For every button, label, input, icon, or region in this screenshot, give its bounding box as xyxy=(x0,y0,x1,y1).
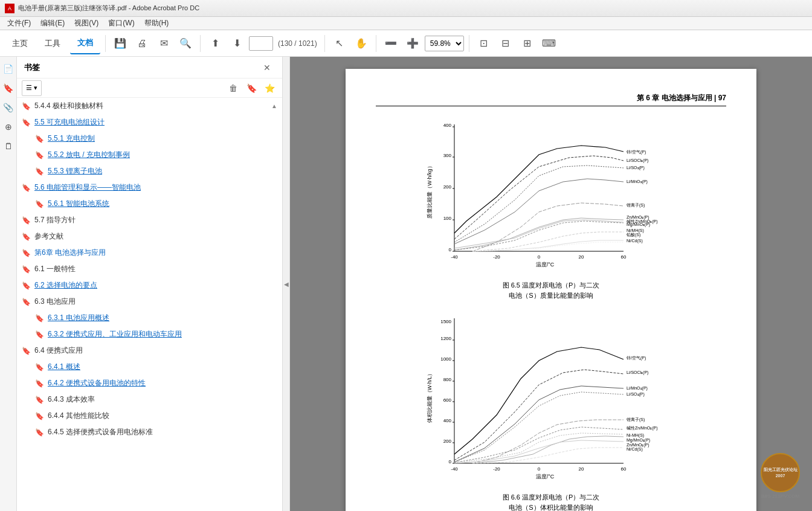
separator-3 xyxy=(324,35,325,52)
bookmark-icon-2: 🔖 xyxy=(35,135,44,143)
window-title: 电池手册(原著第三版)注继张等译.pdf - Adobe Acrobat Pro… xyxy=(18,4,199,13)
bookmark-icon-8: 🔖 xyxy=(22,233,31,241)
zoom-selector[interactable]: 59.8% 50% 75% 100% 125% 150% xyxy=(425,36,464,51)
bookmarks-icon[interactable]: 🔖 xyxy=(1,81,16,95)
svg-text:0: 0 xyxy=(538,254,541,260)
svg-text:1000: 1000 xyxy=(440,356,451,362)
svg-text:Ni/Cd(S): Ni/Cd(S) xyxy=(627,447,643,452)
save-button[interactable]: 💾 xyxy=(111,34,130,53)
bookmark-icon-4: 🔖 xyxy=(35,167,44,176)
layers-icon[interactable]: ⊕ xyxy=(1,120,16,134)
hand-tool-button[interactable]: ✋ xyxy=(352,34,371,53)
bookmark-icon-20: 🔖 xyxy=(35,428,44,437)
bookmark-item-15[interactable]: 🔖6.4 便携式应用 xyxy=(17,342,282,359)
home-button[interactable]: 主页 xyxy=(5,33,35,54)
svg-text:碱性Zn/MnO₂(P): 碱性Zn/MnO₂(P) xyxy=(627,426,658,431)
app-icon: A xyxy=(5,4,14,13)
bookmark-item-10[interactable]: 🔖6.1 一般特性 xyxy=(17,261,282,277)
svg-text:-20: -20 xyxy=(493,466,500,472)
bookmark-icon-17: 🔖 xyxy=(35,379,44,388)
svg-text:1200: 1200 xyxy=(440,336,451,341)
bookmark-item-9[interactable]: 🔖第6章 电池选择与应用 xyxy=(17,245,282,261)
next-page-button[interactable]: ⬇ xyxy=(227,34,246,53)
add-bookmark-btn[interactable]: 🔖 xyxy=(243,80,259,96)
pdf-viewer[interactable]: 第 6 章 电池选择与应用 | 97 质量比能量（W·h/kg） 0 100 2… xyxy=(290,57,812,511)
watermark-line2: 2007 xyxy=(776,473,785,478)
bookmark-text-18: 6.4.3 成本效率 xyxy=(48,394,277,405)
bookmark-item-5[interactable]: 🔖5.6 电能管理和显示——智能电池 xyxy=(17,179,282,196)
bookmark-item-3[interactable]: 🔖5.5.2 放电 / 充电控制事例 xyxy=(17,147,282,163)
bookmark-item-14[interactable]: 🔖6.3.2 便携式应用、工业应用和电动车应用 xyxy=(17,326,282,342)
svg-text:Li/SOCl₂(P): Li/SOCl₂(P) xyxy=(627,158,648,163)
menu-help[interactable]: 帮助(H) xyxy=(140,17,174,30)
chevron-up-icon-0[interactable]: ▲ xyxy=(271,103,277,109)
svg-text:Li/SO₂(P): Li/SO₂(P) xyxy=(627,166,645,170)
menu-bar: 文件(F) 编辑(E) 视图(V) 窗口(W) 帮助(H) xyxy=(0,17,812,30)
collapse-panel-handle[interactable]: ◀ xyxy=(283,57,290,511)
menu-file[interactable]: 文件(F) xyxy=(2,17,36,30)
svg-text:400: 400 xyxy=(443,123,452,128)
bookmark-item-20[interactable]: 🔖6.4.5 选择便携式设备用电池标准 xyxy=(17,424,282,440)
zoom-out-button[interactable]: ➖ xyxy=(381,34,401,53)
page-number-input[interactable]: 97 xyxy=(249,36,273,51)
svg-text:体积比能量（W·h/L）: 体积比能量（W·h/L） xyxy=(427,371,433,423)
bookmark-text-17: 6.4.2 便携式设备用电池的特性 xyxy=(48,378,277,388)
select-tool-button[interactable]: ↖ xyxy=(330,34,349,53)
bookmark-item-6[interactable]: 🔖5.6.1 智能电池系统 xyxy=(17,196,282,212)
bookmarks-view-btn[interactable]: ☰ ▾ xyxy=(22,80,42,96)
bookmark-item-12[interactable]: 🔖6.3 电池应用 xyxy=(17,294,282,310)
bookmark-text-0: 5.4.4 极柱和接触材料 xyxy=(34,101,271,111)
separator-5 xyxy=(469,35,469,52)
svg-text:质量比能量（W·h/kg）: 质量比能量（W·h/kg） xyxy=(427,163,433,218)
bookmark-icon-13: 🔖 xyxy=(35,314,44,323)
bookmark-text-20: 6.4.5 选择便携式设备用电池标准 xyxy=(48,427,277,437)
svg-text:0: 0 xyxy=(449,459,452,464)
page-thumbnails-icon[interactable]: 🗒 xyxy=(1,139,16,153)
svg-text:300: 300 xyxy=(443,153,452,158)
fit-width-button[interactable]: ⊟ xyxy=(496,34,515,53)
search-button[interactable]: 🔍 xyxy=(176,34,195,53)
bookmark-text-4: 5.5.3 锂离子电池 xyxy=(48,166,277,176)
bookmark-item-13[interactable]: 🔖6.3.1 电池应用概述 xyxy=(17,310,282,326)
full-screen-button[interactable]: ⊞ xyxy=(518,34,537,53)
bookmark-item-18[interactable]: 🔖6.4.3 成本效率 xyxy=(17,391,282,408)
svg-text:锂离子(S): 锂离子(S) xyxy=(626,417,645,422)
more-tools-button[interactable]: ⌨ xyxy=(540,34,559,53)
prev-page-button[interactable]: ⬆ xyxy=(205,34,225,53)
bookmark-icon-0: 🔖 xyxy=(22,102,31,111)
attachment-icon[interactable]: 📎 xyxy=(1,100,16,115)
print-button[interactable]: 🖨 xyxy=(132,34,152,53)
bookmark-text-19: 6.4.4 其他性能比较 xyxy=(48,411,277,421)
bookmark-item-7[interactable]: 🔖5.7 指导方针 xyxy=(17,212,282,228)
bookmark-item-1[interactable]: 🔖5.5 可充电电池组设计 xyxy=(17,114,282,130)
email-button[interactable]: ✉ xyxy=(154,34,173,53)
toolbar: 主页 工具 文档 💾 🖨 ✉ 🔍 ⬆ ⬇ 97 (130 / 1021) ↖ ✋… xyxy=(0,30,812,57)
bookmark-item-19[interactable]: 🔖6.4.4 其他性能比较 xyxy=(17,408,282,424)
bookmark-item-2[interactable]: 🔖5.5.1 充电控制 xyxy=(17,130,282,147)
bookmark-item-0[interactable]: 🔖5.4.4 极柱和接触材料▲ xyxy=(17,98,282,114)
bookmark-item-17[interactable]: 🔖6.4.2 便携式设备用电池的特性 xyxy=(17,375,282,391)
zoom-in-button[interactable]: ➕ xyxy=(403,34,422,53)
fit-page-button[interactable]: ⊡ xyxy=(474,34,494,53)
bookmarks-view-icon: ☰ xyxy=(26,84,32,92)
menu-edit[interactable]: 编辑(E) xyxy=(36,17,69,30)
close-bookmarks-button[interactable]: ✕ xyxy=(259,60,275,76)
bookmark-text-8: 参考文献 xyxy=(34,231,277,242)
svg-text:20: 20 xyxy=(579,254,584,260)
options-bookmark-btn[interactable]: ⭐ xyxy=(262,80,277,96)
bookmark-icon-11: 🔖 xyxy=(22,281,31,290)
bookmark-item-8[interactable]: 🔖参考文献 xyxy=(17,228,282,245)
menu-window[interactable]: 窗口(W) xyxy=(103,17,139,30)
menu-view[interactable]: 视图(V) xyxy=(69,17,103,30)
bookmark-item-16[interactable]: 🔖6.4.1 概述 xyxy=(17,359,282,375)
document-button[interactable]: 文档 xyxy=(70,33,100,54)
bookmark-item-4[interactable]: 🔖5.5.3 锂离子电池 xyxy=(17,163,282,179)
bookmarks-list[interactable]: 🔖5.4.4 极柱和接触材料▲🔖5.5 可充电电池组设计🔖5.5.1 充电控制🔖… xyxy=(17,98,282,511)
bookmark-item-11[interactable]: 🔖6.2 选择电池的要点 xyxy=(17,277,282,294)
tools-button[interactable]: 工具 xyxy=(37,33,68,54)
svg-text:400: 400 xyxy=(443,418,452,423)
watermark-badge: 阳光工匠光伏论坛 2007 xyxy=(761,453,800,492)
svg-text:1500: 1500 xyxy=(440,319,451,324)
open-file-icon[interactable]: 📄 xyxy=(1,62,16,76)
delete-bookmark-btn[interactable]: 🗑 xyxy=(225,80,241,96)
